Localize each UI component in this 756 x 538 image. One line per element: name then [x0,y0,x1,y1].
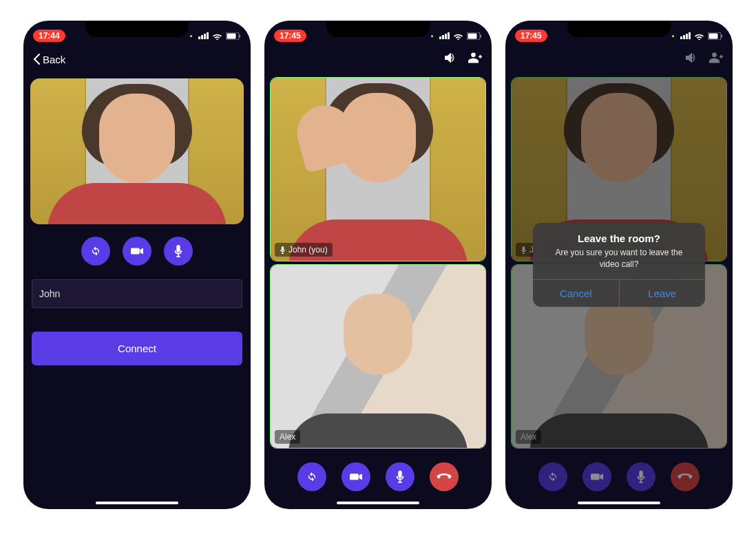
back-label: Back [43,54,65,65]
home-indicator[interactable] [337,502,419,504]
call-controls [505,449,733,509]
back-button[interactable]: Back [33,54,65,65]
toggle-video-button[interactable] [582,462,611,491]
participant-name-tag: John (you) [275,243,333,257]
switch-camera-icon [90,245,102,257]
hangup-button[interactable] [671,462,700,491]
status-right [190,32,241,40]
hangup-icon [437,473,452,480]
wifi-icon [694,32,704,40]
hangup-icon [678,473,693,480]
alert-message: Are you sure you want to leave the video… [533,247,705,279]
cancel-button[interactable]: Cancel [533,280,620,307]
home-indicator[interactable] [96,502,178,504]
name-input[interactable]: John [32,279,242,308]
mic-icon [280,246,286,254]
phone-leave-dialog-screen: 17:45 John (you) Alex [505,21,733,509]
video-tiles: John (you) Alex [264,73,492,449]
wifi-icon [212,32,222,40]
toggle-mic-button[interactable] [164,237,193,266]
cellular-icon [198,32,209,39]
svg-rect-4 [468,33,477,39]
self-preview-video [30,78,244,224]
toggle-video-button[interactable] [123,237,151,266]
toggle-mic-button[interactable] [627,462,655,491]
cellular-icon [439,32,450,39]
switch-camera-button[interactable] [297,462,326,491]
preview-wrap [23,73,251,224]
leave-button[interactable]: Leave [620,280,706,307]
participant-name-tag: Alex [275,430,300,444]
phone-call-screen: 17:45 John (you) [264,21,492,509]
speaker-button[interactable] [686,52,698,66]
add-participant-button[interactable] [709,52,723,66]
phone-connect-screen: 17:44 Back [23,21,251,509]
toggle-video-button[interactable] [342,462,370,491]
svg-rect-7 [709,33,718,39]
video-tile-self[interactable]: John (you) [270,77,486,261]
alert-buttons: Cancel Leave [533,279,705,307]
status-time: 17:44 [33,30,65,42]
participant-name: John (you) [288,245,328,255]
nav-row [264,45,492,73]
switch-camera-button[interactable] [81,237,110,266]
hangup-button[interactable] [430,462,459,491]
call-controls [264,449,492,509]
add-user-icon [468,52,482,63]
mic-icon [395,471,405,483]
nav-icons [445,52,482,66]
status-right [431,32,482,40]
cellular-icon [680,32,691,39]
name-field-wrap: John [23,275,251,312]
switch-camera-icon [547,471,559,483]
add-participant-button[interactable] [468,52,482,66]
status-bar: 17:45 [505,21,733,45]
alert-title: Leave the room? [533,223,705,247]
video-icon [350,472,362,482]
svg-rect-5 [481,34,482,37]
status-dot [672,35,674,37]
chevron-left-icon [33,54,40,65]
mic-icon [521,246,527,254]
home-indicator[interactable] [578,502,660,504]
speaker-button[interactable] [445,52,457,66]
nav-row [505,45,733,73]
battery-icon [226,32,241,40]
speaker-icon [686,52,698,63]
battery-icon [467,32,482,40]
nav-icons [686,52,723,66]
svg-rect-1 [227,33,236,39]
video-icon [131,246,143,256]
status-bar: 17:44 [23,21,251,45]
video-icon [591,472,603,482]
video-tile-remote[interactable]: Alex [270,264,486,449]
wifi-icon [453,32,463,40]
switch-camera-icon [306,471,318,483]
switch-camera-button[interactable] [538,462,567,491]
toggle-mic-button[interactable] [386,462,414,491]
nav-row: Back [23,45,251,73]
participant-name: Alex [521,432,536,442]
status-time: 17:45 [274,30,306,42]
participant-name-tag: Alex [516,430,541,444]
status-right [672,32,723,40]
svg-rect-8 [722,34,723,37]
battery-icon [708,32,723,40]
status-dot [431,35,433,37]
add-user-icon [709,52,723,63]
status-bar: 17:45 [264,21,492,45]
participant-name: Alex [280,432,295,442]
mic-icon [636,471,646,483]
status-time: 17:45 [515,30,547,42]
speaker-icon [445,52,457,63]
svg-rect-2 [240,34,241,37]
mic-icon [174,245,183,257]
connect-button[interactable]: Connect [32,332,242,365]
leave-room-dialog: Leave the room? Are you sure you want to… [533,223,705,306]
preview-controls [23,224,251,275]
status-dot [190,35,192,37]
